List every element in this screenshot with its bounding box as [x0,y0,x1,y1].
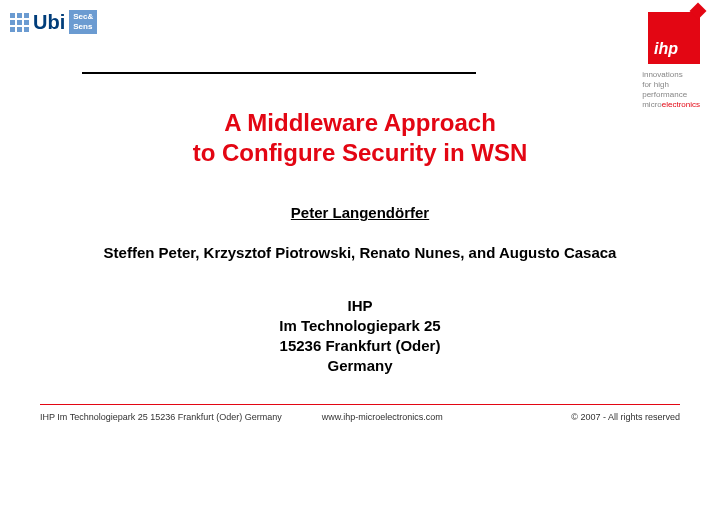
author-main: Peter Langendörfer [0,204,720,221]
ubi-logo: Ubi Sec& Sens [10,10,97,34]
ubi-r2: Sens [73,22,93,32]
ubi-dots-icon [10,13,29,32]
footer-copyright: © 2007 - All rights reserved [571,412,680,422]
title-l2: to Configure Security in WSN [0,138,720,168]
ihp-block: ihp innovations for high performance mic… [642,12,700,110]
bottom-rule [40,404,680,405]
top-rule [82,72,476,74]
ihp-tagline: innovations for high performance microel… [642,70,700,110]
ihp-tag1: innovations [642,70,700,80]
ubi-r1: Sec& [73,12,93,22]
footer-address: IHP Im Technologiepark 25 15236 Frankfur… [40,412,282,422]
affil-l2: Im Technologiepark 25 [0,316,720,336]
slide-title: A Middleware Approach to Configure Secur… [0,108,720,168]
ubi-right: Sec& Sens [69,10,97,34]
authors: Steffen Peter, Krzysztof Piotrowski, Ren… [0,244,720,261]
ihp-tag3: performance [642,90,700,100]
affil-l1: IHP [0,296,720,316]
affiliation: IHP Im Technologiepark 25 15236 Frankfur… [0,296,720,376]
ihp-tag2: for high [642,80,700,90]
title-l1: A Middleware Approach [0,108,720,138]
affil-l3: 15236 Frankfurt (Oder) [0,336,720,356]
ihp-logo-text: ihp [654,40,678,58]
footer-url: www.ihp-microelectronics.com [322,412,443,422]
ubi-text: Ubi [33,11,65,34]
ihp-logo-icon: ihp [648,12,700,64]
footer: IHP Im Technologiepark 25 15236 Frankfur… [40,412,680,422]
affil-l4: Germany [0,356,720,376]
